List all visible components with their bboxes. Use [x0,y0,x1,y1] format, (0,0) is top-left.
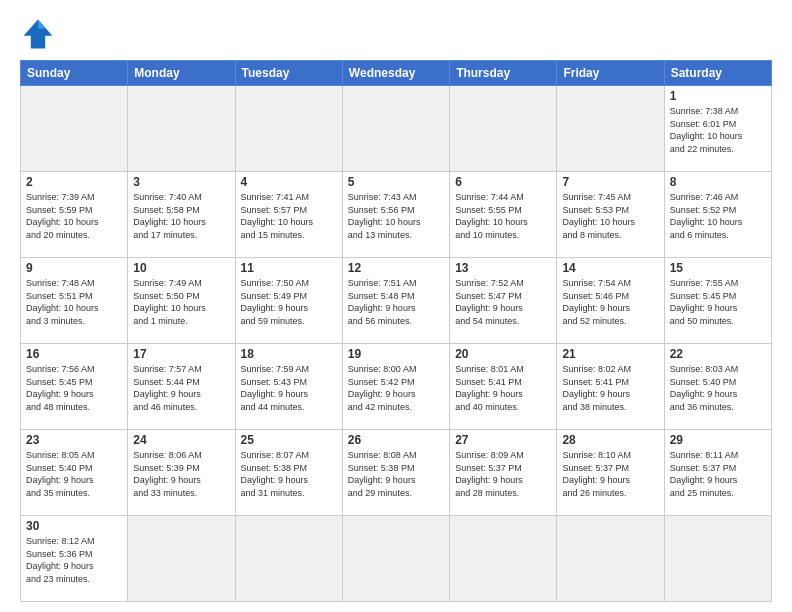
calendar-day [664,516,771,602]
calendar-day [450,86,557,172]
col-thursday: Thursday [450,61,557,86]
day-info: Sunrise: 7:39 AM Sunset: 5:59 PM Dayligh… [26,191,122,241]
logo-icon [20,16,56,52]
logo [20,16,62,52]
calendar-day: 30Sunrise: 8:12 AM Sunset: 5:36 PM Dayli… [21,516,128,602]
day-info: Sunrise: 8:02 AM Sunset: 5:41 PM Dayligh… [562,363,658,413]
day-info: Sunrise: 7:41 AM Sunset: 5:57 PM Dayligh… [241,191,337,241]
calendar-day: 8Sunrise: 7:46 AM Sunset: 5:52 PM Daylig… [664,172,771,258]
page: Sunday Monday Tuesday Wednesday Thursday… [0,0,792,612]
calendar-day [128,86,235,172]
col-saturday: Saturday [664,61,771,86]
calendar-day: 14Sunrise: 7:54 AM Sunset: 5:46 PM Dayli… [557,258,664,344]
calendar-day: 20Sunrise: 8:01 AM Sunset: 5:41 PM Dayli… [450,344,557,430]
day-number: 30 [26,519,122,533]
day-number: 16 [26,347,122,361]
day-info: Sunrise: 8:10 AM Sunset: 5:37 PM Dayligh… [562,449,658,499]
day-number: 14 [562,261,658,275]
calendar-day: 24Sunrise: 8:06 AM Sunset: 5:39 PM Dayli… [128,430,235,516]
day-info: Sunrise: 7:48 AM Sunset: 5:51 PM Dayligh… [26,277,122,327]
calendar-day: 2Sunrise: 7:39 AM Sunset: 5:59 PM Daylig… [21,172,128,258]
day-info: Sunrise: 7:52 AM Sunset: 5:47 PM Dayligh… [455,277,551,327]
day-number: 8 [670,175,766,189]
day-number: 12 [348,261,444,275]
day-info: Sunrise: 7:44 AM Sunset: 5:55 PM Dayligh… [455,191,551,241]
day-number: 23 [26,433,122,447]
calendar-table: Sunday Monday Tuesday Wednesday Thursday… [20,60,772,602]
day-info: Sunrise: 8:11 AM Sunset: 5:37 PM Dayligh… [670,449,766,499]
header [20,16,772,52]
day-number: 21 [562,347,658,361]
calendar-week-row: 23Sunrise: 8:05 AM Sunset: 5:40 PM Dayli… [21,430,772,516]
calendar-week-row: 1Sunrise: 7:38 AM Sunset: 6:01 PM Daylig… [21,86,772,172]
calendar-week-row: 9Sunrise: 7:48 AM Sunset: 5:51 PM Daylig… [21,258,772,344]
day-number: 4 [241,175,337,189]
day-info: Sunrise: 7:40 AM Sunset: 5:58 PM Dayligh… [133,191,229,241]
day-number: 9 [26,261,122,275]
day-number: 20 [455,347,551,361]
day-number: 22 [670,347,766,361]
day-number: 18 [241,347,337,361]
calendar-day: 28Sunrise: 8:10 AM Sunset: 5:37 PM Dayli… [557,430,664,516]
calendar-day: 3Sunrise: 7:40 AM Sunset: 5:58 PM Daylig… [128,172,235,258]
calendar-day: 7Sunrise: 7:45 AM Sunset: 5:53 PM Daylig… [557,172,664,258]
calendar-day: 6Sunrise: 7:44 AM Sunset: 5:55 PM Daylig… [450,172,557,258]
calendar-day [128,516,235,602]
day-info: Sunrise: 8:07 AM Sunset: 5:38 PM Dayligh… [241,449,337,499]
calendar-week-row: 16Sunrise: 7:56 AM Sunset: 5:45 PM Dayli… [21,344,772,430]
calendar-day [235,86,342,172]
day-number: 25 [241,433,337,447]
day-number: 19 [348,347,444,361]
day-number: 2 [26,175,122,189]
calendar-day: 17Sunrise: 7:57 AM Sunset: 5:44 PM Dayli… [128,344,235,430]
col-tuesday: Tuesday [235,61,342,86]
day-info: Sunrise: 8:03 AM Sunset: 5:40 PM Dayligh… [670,363,766,413]
calendar-day: 22Sunrise: 8:03 AM Sunset: 5:40 PM Dayli… [664,344,771,430]
calendar-day: 16Sunrise: 7:56 AM Sunset: 5:45 PM Dayli… [21,344,128,430]
day-number: 29 [670,433,766,447]
calendar-day: 11Sunrise: 7:50 AM Sunset: 5:49 PM Dayli… [235,258,342,344]
calendar-day [235,516,342,602]
col-sunday: Sunday [21,61,128,86]
calendar-day [21,86,128,172]
calendar-week-row: 2Sunrise: 7:39 AM Sunset: 5:59 PM Daylig… [21,172,772,258]
day-info: Sunrise: 7:49 AM Sunset: 5:50 PM Dayligh… [133,277,229,327]
calendar-day: 1Sunrise: 7:38 AM Sunset: 6:01 PM Daylig… [664,86,771,172]
calendar-day: 4Sunrise: 7:41 AM Sunset: 5:57 PM Daylig… [235,172,342,258]
calendar-day: 27Sunrise: 8:09 AM Sunset: 5:37 PM Dayli… [450,430,557,516]
day-info: Sunrise: 8:08 AM Sunset: 5:38 PM Dayligh… [348,449,444,499]
day-info: Sunrise: 8:01 AM Sunset: 5:41 PM Dayligh… [455,363,551,413]
col-wednesday: Wednesday [342,61,449,86]
day-number: 26 [348,433,444,447]
day-info: Sunrise: 7:43 AM Sunset: 5:56 PM Dayligh… [348,191,444,241]
day-number: 27 [455,433,551,447]
day-number: 13 [455,261,551,275]
day-info: Sunrise: 7:38 AM Sunset: 6:01 PM Dayligh… [670,105,766,155]
calendar-day [450,516,557,602]
day-number: 15 [670,261,766,275]
day-info: Sunrise: 7:59 AM Sunset: 5:43 PM Dayligh… [241,363,337,413]
day-info: Sunrise: 7:50 AM Sunset: 5:49 PM Dayligh… [241,277,337,327]
col-friday: Friday [557,61,664,86]
calendar-day: 12Sunrise: 7:51 AM Sunset: 5:48 PM Dayli… [342,258,449,344]
day-number: 5 [348,175,444,189]
day-info: Sunrise: 7:45 AM Sunset: 5:53 PM Dayligh… [562,191,658,241]
col-monday: Monday [128,61,235,86]
day-number: 24 [133,433,229,447]
day-number: 7 [562,175,658,189]
calendar-day: 23Sunrise: 8:05 AM Sunset: 5:40 PM Dayli… [21,430,128,516]
calendar-day [557,86,664,172]
day-info: Sunrise: 8:06 AM Sunset: 5:39 PM Dayligh… [133,449,229,499]
day-number: 11 [241,261,337,275]
day-info: Sunrise: 7:57 AM Sunset: 5:44 PM Dayligh… [133,363,229,413]
calendar-day: 13Sunrise: 7:52 AM Sunset: 5:47 PM Dayli… [450,258,557,344]
calendar-day: 5Sunrise: 7:43 AM Sunset: 5:56 PM Daylig… [342,172,449,258]
day-info: Sunrise: 7:55 AM Sunset: 5:45 PM Dayligh… [670,277,766,327]
calendar-day [342,86,449,172]
calendar-day: 10Sunrise: 7:49 AM Sunset: 5:50 PM Dayli… [128,258,235,344]
calendar-day: 26Sunrise: 8:08 AM Sunset: 5:38 PM Dayli… [342,430,449,516]
calendar-day: 19Sunrise: 8:00 AM Sunset: 5:42 PM Dayli… [342,344,449,430]
day-info: Sunrise: 8:12 AM Sunset: 5:36 PM Dayligh… [26,535,122,585]
day-info: Sunrise: 7:51 AM Sunset: 5:48 PM Dayligh… [348,277,444,327]
day-number: 1 [670,89,766,103]
